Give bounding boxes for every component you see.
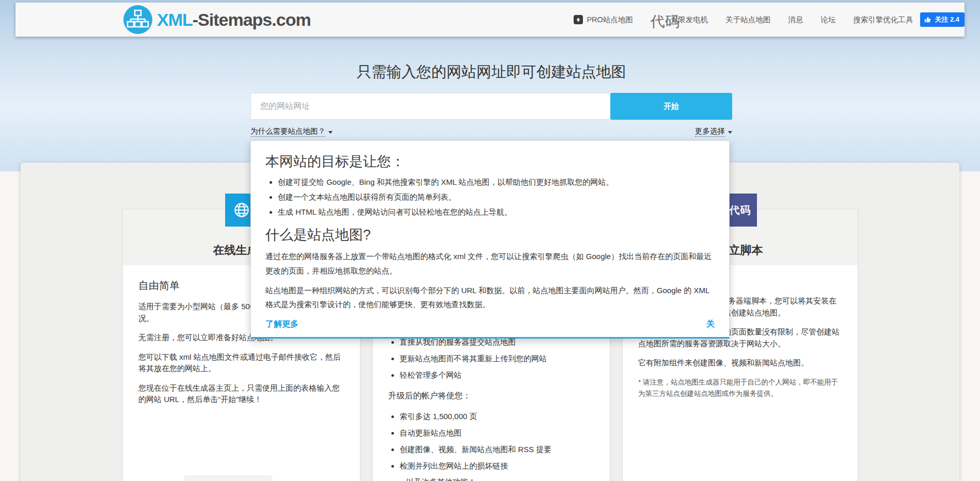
thumbs-up-icon: [924, 16, 931, 23]
website-url-input[interactable]: [250, 93, 610, 120]
card-online-paragraph: 您现在位于在线生成器主页上，只需使用上面的表格输入您的网站 URL，然后单击“开…: [138, 382, 344, 406]
list-item: 自动更新站点地图: [400, 427, 594, 439]
popup-goal-list: 创建可提交给 Google、Bing 和其他搜索引擎的 XML 站点地图，以帮助…: [265, 176, 715, 218]
why-sitemap-label: 为什么需要站点地图？: [250, 127, 325, 137]
card-pro-upgrade-list: 索引多达 1,500,000 页 自动更新站点地图 创建图像、视频、新闻站点地图…: [388, 411, 594, 481]
pro-upload-icon: [574, 15, 583, 24]
site-logo[interactable]: XML-Sitemaps.com: [123, 5, 311, 35]
list-item: ...以及许多其他功能！: [400, 476, 594, 481]
list-item: 生成 HTML 站点地图，使网站访问者可以轻松地在您的站点上导航。: [278, 206, 715, 218]
nav-news-label: 消息: [788, 15, 803, 25]
nav-seo-tools[interactable]: 搜索引擎优化工具: [853, 15, 913, 25]
sitemap-form: 开始: [250, 93, 732, 120]
more-options-label: 更多选择: [695, 127, 725, 137]
facebook-follow-label: 关注 2.4: [935, 15, 959, 24]
list-item: 索引多达 1,500,000 页: [400, 411, 594, 422]
logo-text: XML-Sitemaps.com: [157, 10, 311, 30]
list-item: 更新站点地图而不将其重新上传到您的网站: [400, 353, 594, 364]
chevron-down-icon: [728, 131, 732, 134]
nav-generators[interactable]: 代码 无限发电机: [651, 10, 708, 29]
learn-more-link[interactable]: 了解更多: [265, 319, 298, 330]
nav-about-sitemaps[interactable]: 关于站点地图: [725, 15, 770, 25]
popup-footer: 了解更多 关: [265, 319, 715, 330]
why-sitemap-popup: 本网站的目标是让您： 创建可提交给 Google、Bing 和其他搜索引擎的 X…: [250, 140, 730, 339]
logo-xml: XML: [157, 10, 193, 29]
chevron-down-icon: [328, 131, 333, 134]
list-item: 创建可提交给 Google、Bing 和其他搜索引擎的 XML 站点地图，以帮助…: [278, 176, 715, 188]
main-nav: PRO站点地图 代码 无限发电机 关于站点地图 消息 论坛 搜索引擎优化工具: [574, 10, 913, 29]
logo-rest: -Sitemaps.com: [193, 10, 311, 29]
popup-goal-title: 本网站的目标是让您：: [265, 152, 715, 171]
popup-paragraph: 通过在您的网络服务器上放置一个带站点地图的格式化 xml 文件，您可以让搜索引擎…: [265, 249, 715, 278]
nav-pro-sitemaps[interactable]: PRO站点地图: [574, 15, 633, 25]
nav-code-overlay-label: 代码: [651, 12, 679, 31]
nav-forum[interactable]: 论坛: [820, 15, 835, 25]
card-online-bottom-button[interactable]: [184, 475, 272, 481]
nav-pro-label: PRO站点地图: [587, 15, 633, 25]
list-item: 检测并列出您网站上的损坏链接: [400, 460, 594, 472]
header-bar: XML-Sitemaps.com PRO站点地图 代码 无限发电机 关于站点地图…: [15, 3, 965, 37]
nav-seo-tools-label: 搜索引擎优化工具: [853, 15, 913, 25]
why-sitemap-link[interactable]: 为什么需要站点地图？: [250, 126, 333, 136]
more-options-link[interactable]: 更多选择: [695, 126, 732, 136]
nav-news[interactable]: 消息: [788, 15, 803, 25]
popup-paragraph: 站点地图是一种组织网站的方式，可以识别每个部分下的 URL 和数据。以前，站点地…: [265, 283, 715, 312]
popup-what-title: 什么是站点地图?: [265, 226, 715, 244]
nav-forum-label: 论坛: [820, 15, 835, 25]
nav-about-label: 关于站点地图: [725, 15, 770, 25]
page: XML-Sitemaps.com PRO站点地图 代码 无限发电机 关于站点地图…: [0, 0, 980, 481]
card-script-paragraph: 它有附加组件来创建图像、视频和新闻站点地图。: [638, 357, 842, 369]
hero-links-row: 为什么需要站点地图？ 更多选择: [250, 126, 732, 136]
card-script-note: * 请注意，站点地图生成器只能用于自己的个人网站，即不能用于为第三方站点创建站点…: [638, 377, 842, 400]
list-item: 轻松管理多个网站: [400, 370, 594, 381]
list-item: 创建图像、视频、新闻站点地图和 RSS 提要: [400, 444, 594, 455]
close-popup-link[interactable]: 关: [706, 319, 715, 330]
facebook-follow-button[interactable]: 关注 2.4: [920, 12, 965, 27]
card-pro-upgrade-text: 升级后的帐户将使您：: [388, 391, 594, 402]
list-item: 创建一个文本站点地图以获得所有页面的简单列表。: [278, 191, 715, 203]
card-pro-feature-list: 直接从我们的服务器提交站点地图 更新站点地图而不将其重新上传到您的网站 轻松管理…: [388, 336, 594, 380]
start-button[interactable]: 开始: [610, 93, 732, 120]
card-online-paragraph: 您可以下载 xml 站点地图文件或通过电子邮件接收它，然后将其放在您的网站上。: [138, 351, 344, 375]
page-title: 只需输入您的网站网址即可创建站点地图: [250, 62, 732, 83]
sitemap-logo-icon: [123, 5, 153, 35]
